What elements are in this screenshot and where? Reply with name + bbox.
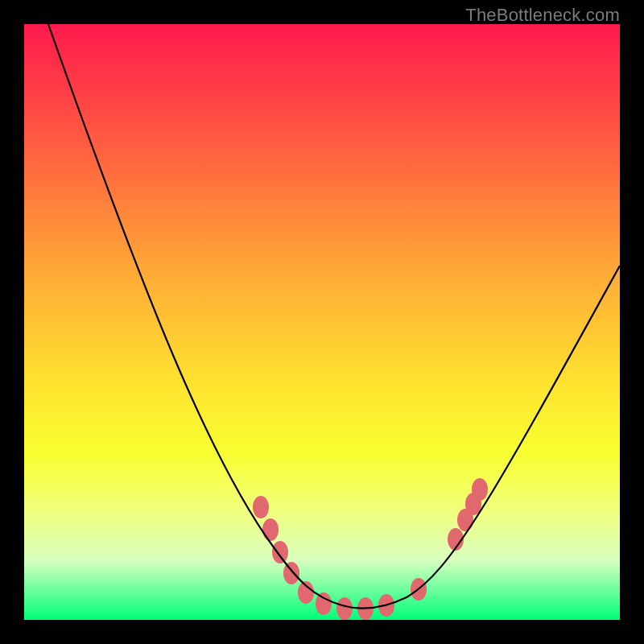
marker-dot [336,597,353,620]
marker-dot [472,478,488,501]
marker-dot [283,562,299,584]
chart-svg [24,24,620,620]
marker-layer [253,478,488,620]
watermark-text: TheBottleneck.com [465,5,620,26]
chart-frame: TheBottleneck.com [0,0,644,644]
bottleneck-curve [48,24,620,608]
marker-dot [272,541,288,564]
marker-dot [316,592,332,615]
marker-dot [253,496,269,518]
marker-dot [262,518,279,541]
